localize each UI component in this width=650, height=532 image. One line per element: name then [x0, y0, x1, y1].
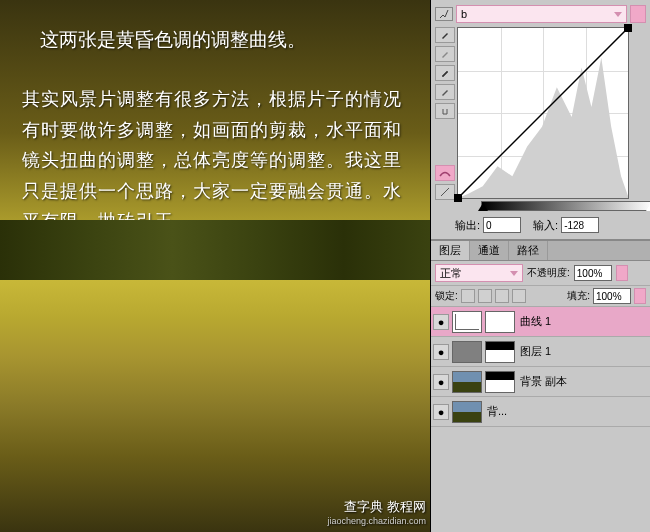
layer-row[interactable]: ● 曲线 1 [431, 307, 650, 337]
lock-transparency-icon[interactable] [461, 289, 475, 303]
curve-point-tool[interactable] [435, 165, 455, 181]
input-gradient[interactable] [481, 201, 650, 211]
chevron-down-icon [510, 271, 518, 276]
hand-icon[interactable] [435, 103, 455, 119]
chevron-down-icon [614, 12, 622, 17]
opacity-flyout[interactable] [616, 265, 628, 281]
overlay-body: 其实风景片调整有很多方法，根据片子的情况有时要做许多调整，如画面的剪裁，水平面和… [22, 84, 412, 237]
curve-handle-high[interactable] [624, 24, 632, 32]
layer-row[interactable]: ● 背景 副本 [431, 367, 650, 397]
input-input[interactable] [561, 217, 599, 233]
visibility-toggle[interactable]: ● [433, 404, 449, 420]
sample-icon[interactable] [435, 7, 453, 21]
pencil-icon[interactable] [435, 84, 455, 100]
channel-dropdown[interactable]: b [456, 5, 627, 23]
layers-panel: 图层 通道 路径 正常 不透明度: 锁定: 填充: ● [431, 240, 650, 532]
svg-line-1 [458, 28, 628, 198]
auto-button[interactable] [630, 5, 646, 23]
layer-row[interactable]: ● 图层 1 [431, 337, 650, 367]
curve-handle-low[interactable] [454, 194, 462, 202]
mask-thumb[interactable] [485, 341, 515, 363]
eyedropper-white-icon[interactable] [435, 65, 455, 81]
layer-thumb[interactable] [452, 371, 482, 393]
watermark-main: 查字典 教程网 [327, 499, 426, 516]
panel-tabs: 图层 通道 路径 [431, 241, 650, 261]
layer-thumb[interactable] [452, 401, 482, 423]
lock-pixels-icon[interactable] [478, 289, 492, 303]
watermark-url: jiaocheng.chazidian.com [327, 516, 426, 528]
tab-layers[interactable]: 图层 [431, 241, 470, 260]
tab-channels[interactable]: 通道 [470, 241, 509, 260]
water-reflection [0, 280, 430, 532]
overlay-title: 这两张是黄昏色调的调整曲线。 [40, 24, 306, 56]
layer-name: 曲线 1 [520, 314, 551, 329]
channel-value: b [461, 8, 467, 20]
layer-row[interactable]: ● 背... [431, 397, 650, 427]
right-panel: b [431, 0, 650, 532]
curves-panel: b [431, 0, 650, 240]
output-label: 输出: [455, 218, 480, 233]
tab-paths[interactable]: 路径 [509, 241, 548, 260]
lock-position-icon[interactable] [495, 289, 509, 303]
mask-thumb[interactable] [485, 371, 515, 393]
adjustment-thumb[interactable] [452, 311, 482, 333]
lock-label: 锁定: [435, 289, 458, 303]
visibility-toggle[interactable]: ● [433, 344, 449, 360]
layer-name: 图层 1 [520, 344, 551, 359]
curve-diagonal [458, 28, 628, 198]
layer-name: 背景 副本 [520, 374, 567, 389]
curves-tools [435, 27, 455, 211]
black-slider[interactable] [478, 203, 488, 211]
curve-draw-tool[interactable] [435, 184, 455, 200]
blend-mode-value: 正常 [440, 266, 462, 281]
visibility-toggle[interactable]: ● [433, 314, 449, 330]
output-input[interactable] [483, 217, 521, 233]
fill-flyout[interactable] [634, 288, 646, 304]
lock-all-icon[interactable] [512, 289, 526, 303]
input-label: 输入: [533, 218, 558, 233]
layer-name: 背... [487, 404, 507, 419]
document-canvas[interactable]: 这两张是黄昏色调的调整曲线。 其实风景片调整有很多方法，根据片子的情况有时要做许… [0, 0, 431, 532]
watermark: 查字典 教程网 jiaocheng.chazidian.com [327, 499, 426, 528]
fill-label: 填充: [567, 289, 590, 303]
layer-list: ● 曲线 1 ● 图层 1 ● 背景 副本 ● 背... [431, 307, 650, 427]
mask-thumb[interactable] [485, 311, 515, 333]
eyedropper-gray-icon[interactable] [435, 46, 455, 62]
curves-graph[interactable] [457, 27, 629, 199]
landscape-strip [0, 220, 430, 280]
eyedropper-black-icon[interactable] [435, 27, 455, 43]
layer-thumb[interactable] [452, 341, 482, 363]
blend-mode-dropdown[interactable]: 正常 [435, 264, 523, 282]
opacity-label: 不透明度: [527, 266, 570, 280]
visibility-toggle[interactable]: ● [433, 374, 449, 390]
opacity-input[interactable] [574, 265, 612, 281]
fill-input[interactable] [593, 288, 631, 304]
white-slider[interactable] [646, 203, 650, 211]
